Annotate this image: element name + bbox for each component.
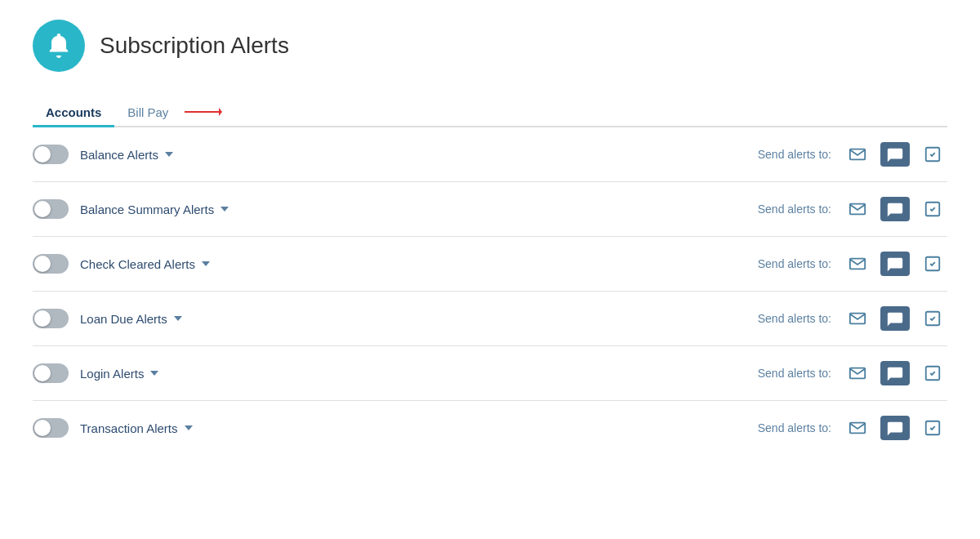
send-alerts-check-cleared: Send alerts to: <box>758 252 947 276</box>
alert-row-loan-due: Loan Due Alerts Send alerts to: <box>33 292 947 346</box>
email-icon <box>849 145 866 163</box>
sms-btn-transaction[interactable] <box>880 416 910 440</box>
email-btn-balance[interactable] <box>843 142 872 167</box>
tab-bar: Accounts Bill Pay <box>33 98 947 127</box>
alert-row-login: Login Alerts Send alerts to: <box>33 346 947 401</box>
email-btn-transaction[interactable] <box>843 416 872 440</box>
push-icon <box>924 419 942 437</box>
page-header: Subscription Alerts <box>33 20 947 72</box>
sms-icon <box>886 310 904 327</box>
sms-icon <box>886 364 904 382</box>
push-btn-loan-due[interactable] <box>918 306 947 331</box>
alert-row-check-cleared: Check Cleared Alerts Send alerts to: <box>33 237 947 292</box>
dropdown-arrow-transaction[interactable] <box>185 425 193 430</box>
tab-billpay[interactable]: Bill Pay <box>114 98 235 126</box>
toggle-login[interactable] <box>33 363 69 383</box>
alert-row-balance-summary: Balance Summary Alerts Send alerts to: <box>33 182 947 237</box>
alert-list: Balance Alerts Send alerts to: <box>33 127 947 455</box>
alert-label-login: Login Alerts <box>80 367 758 381</box>
sms-icon <box>886 255 904 273</box>
dropdown-arrow-balance[interactable] <box>165 152 173 157</box>
email-btn-loan-due[interactable] <box>843 306 872 331</box>
email-btn-login[interactable] <box>843 361 872 385</box>
send-alerts-transaction: Send alerts to: <box>758 416 947 440</box>
dropdown-arrow-login[interactable] <box>150 371 158 376</box>
push-btn-check-cleared[interactable] <box>918 252 947 276</box>
bell-icon <box>44 31 74 60</box>
sms-icon <box>886 419 904 437</box>
sms-btn-check-cleared[interactable] <box>880 252 910 276</box>
push-icon <box>924 310 942 327</box>
sms-btn-balance[interactable] <box>880 142 910 167</box>
svg-marker-1 <box>219 108 222 116</box>
toggle-balance-summary[interactable] <box>33 199 69 219</box>
push-icon <box>924 364 942 382</box>
alert-row-balance: Balance Alerts Send alerts to: <box>33 127 947 182</box>
toggle-check-cleared[interactable] <box>33 254 69 274</box>
alert-label-check-cleared: Check Cleared Alerts <box>80 257 758 271</box>
email-icon <box>849 200 866 218</box>
dropdown-arrow-loan-due[interactable] <box>174 316 182 321</box>
sms-btn-balance-summary[interactable] <box>880 197 910 221</box>
email-icon <box>849 310 866 327</box>
send-alerts-login: Send alerts to: <box>758 361 947 385</box>
push-icon <box>924 145 942 163</box>
alert-label-balance-summary: Balance Summary Alerts <box>80 203 758 216</box>
send-alerts-balance: Send alerts to: <box>758 142 947 167</box>
email-btn-check-cleared[interactable] <box>843 252 872 276</box>
alert-row-transaction: Transaction Alerts Send alerts to: <box>33 401 947 455</box>
page-title: Subscription Alerts <box>100 33 289 59</box>
dropdown-arrow-check-cleared[interactable] <box>202 261 210 266</box>
tab-accounts[interactable]: Accounts <box>33 99 114 126</box>
push-icon <box>924 200 942 218</box>
toggle-loan-due[interactable] <box>33 309 69 328</box>
email-icon <box>849 255 866 273</box>
toggle-balance[interactable] <box>33 145 69 164</box>
send-alerts-balance-summary: Send alerts to: <box>758 197 947 221</box>
alert-label-balance: Balance Alerts <box>80 148 758 162</box>
send-alerts-loan-due: Send alerts to: <box>758 306 947 331</box>
alert-label-transaction: Transaction Alerts <box>80 421 758 435</box>
sms-btn-loan-due[interactable] <box>880 306 910 331</box>
push-btn-balance-summary[interactable] <box>918 197 947 221</box>
app-icon <box>33 20 85 72</box>
email-btn-balance-summary[interactable] <box>843 197 872 221</box>
email-icon <box>849 364 866 382</box>
push-icon <box>924 255 942 273</box>
email-icon <box>849 419 866 437</box>
push-btn-balance[interactable] <box>918 142 947 167</box>
sms-icon <box>886 145 904 163</box>
sms-btn-login[interactable] <box>880 361 910 385</box>
push-btn-transaction[interactable] <box>918 416 947 440</box>
red-arrow-indicator <box>181 105 222 119</box>
alert-label-loan-due: Loan Due Alerts <box>80 312 758 326</box>
toggle-transaction[interactable] <box>33 418 69 438</box>
dropdown-arrow-balance-summary[interactable] <box>220 207 229 212</box>
sms-icon <box>886 200 904 218</box>
push-btn-login[interactable] <box>918 361 947 385</box>
